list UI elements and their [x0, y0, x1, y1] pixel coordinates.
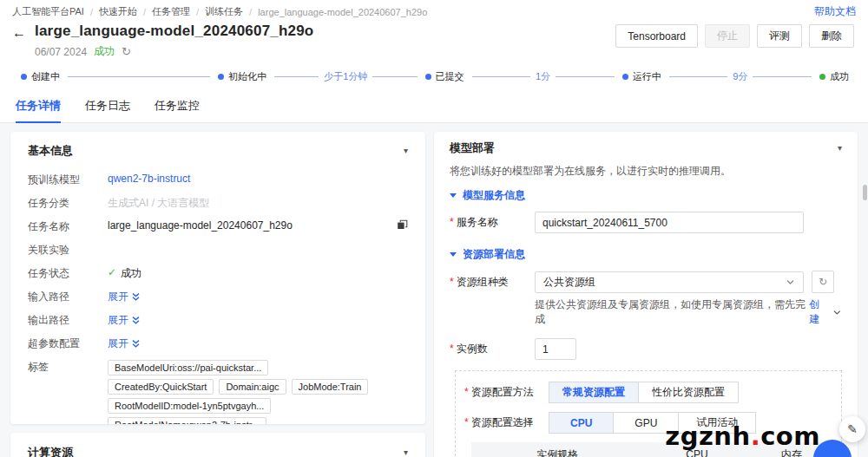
hyperparams-label: 超参数配置: [28, 336, 108, 351]
expand-label: 展开: [108, 336, 128, 351]
step-dot: [425, 74, 431, 80]
collapse-caret-icon[interactable]: ▾: [838, 144, 842, 153]
tab-task-details[interactable]: 任务详情: [16, 98, 61, 123]
tab-task-monitoring[interactable]: 任务监控: [155, 98, 200, 122]
tag-chip: JobMode:Train: [292, 379, 369, 395]
resource-info-section-toggle[interactable]: 资源部署信息: [450, 247, 842, 262]
breadcrumb: 人工智能平台PAI / 快速开始 / 任务管理 / 训练任务 / large_l…: [12, 5, 427, 18]
pencil-icon: ✎: [847, 422, 858, 436]
task-category-value: 生成式AI / 大语言模型: [108, 196, 209, 211]
tab-bar: 任务详情 任务日志 任务监控: [0, 88, 868, 123]
breadcrumb-separator: /: [249, 7, 252, 17]
step-duration: 少于1分钟: [324, 70, 367, 83]
compute-resource-card: 计算资源 ▾: [10, 433, 425, 457]
hyperparams-expand-link[interactable]: 展开: [108, 336, 141, 351]
task-category-label: 任务分类: [28, 196, 108, 211]
select-option-cpu[interactable]: CPU: [549, 412, 614, 434]
task-status-value: 成功: [121, 266, 141, 281]
linked-experiment-label: 关联实验: [28, 243, 108, 258]
step-label: 初始化中: [228, 70, 266, 83]
stepper-segment: 1分: [472, 70, 615, 83]
resource-group-helper: 提供公共资源组及专属资源组，如使用专属资源组，需先完成 创建: [535, 297, 842, 327]
step-success: 成功: [819, 70, 849, 83]
copy-icon[interactable]: [397, 219, 408, 231]
chevron-down-icon: [832, 308, 842, 317]
section-caret-icon: [450, 193, 457, 198]
breadcrumb-item-platform[interactable]: 人工智能平台PAI: [12, 5, 84, 18]
create-link[interactable]: 创建: [809, 297, 829, 327]
stepper-segment: [68, 76, 210, 77]
breadcrumb-separator: /: [143, 7, 146, 17]
step-creating: 创建中: [21, 70, 60, 83]
tag-chip: RootModelID:model-1yn5ptvgayh...: [108, 398, 271, 414]
tags-label: 标签: [28, 360, 108, 375]
service-name-label: *服务名称: [450, 215, 535, 230]
page-scrollbar[interactable]: [863, 185, 867, 200]
required-marker: *: [450, 216, 454, 228]
input-path-expand-link[interactable]: 展开: [108, 290, 141, 304]
resource-refresh-button[interactable]: ↻: [812, 271, 834, 293]
collapse-caret-icon[interactable]: ▾: [404, 147, 408, 155]
col-spec: 实例规格: [471, 447, 644, 457]
main-content: 基本信息 ▾ 预训练模型 qwen2-7b-instruct 任务分类 生成式A…: [0, 123, 868, 457]
step-dot-success: [819, 74, 825, 80]
output-path-expand-link[interactable]: 展开: [108, 313, 141, 328]
back-icon[interactable]: ←: [12, 25, 26, 59]
page-title: large_language-model_20240607_h29o: [35, 23, 313, 40]
collapse-caret-icon[interactable]: ▾: [404, 448, 408, 457]
instance-count-label: *实例数: [450, 342, 535, 356]
model-deploy-card: 模型部署 ▾ 将您训练好的模型部署为在线服务，以进行实时的推理调用。 模型服务信…: [434, 132, 858, 457]
tag-list: BaseModelUri:oss://pai-quickstar... Crea…: [108, 360, 375, 424]
progress-stepper: 创建中 初始化中 少于1分钟 已提交 1分 运行中 9分 成功: [0, 59, 868, 88]
edit-pencil-fab[interactable]: ✎: [839, 416, 865, 442]
instance-count-input[interactable]: [535, 338, 576, 360]
required-marker: *: [464, 416, 469, 428]
status-badge: 成功: [94, 44, 115, 59]
success-check-icon: ✓: [108, 266, 116, 278]
config-select-label: *资源配置选择: [464, 415, 549, 430]
service-name-input[interactable]: [535, 212, 804, 233]
config-select-group: CPU GPU 试用活动: [549, 412, 756, 434]
required-marker: *: [450, 276, 454, 288]
expand-label: 展开: [108, 313, 128, 328]
resource-config-box: *资源配置方法 常规资源配置 性价比资源配置 *资源配置选择 CPU GPU 试…: [455, 370, 842, 457]
stop-button[interactable]: 停止: [705, 24, 750, 48]
config-method-label: *资源配置方法: [464, 385, 549, 400]
method-option-regular[interactable]: 常规资源配置: [549, 382, 639, 403]
pretrained-model-label: 预训练模型: [28, 173, 108, 187]
basic-info-title: 基本信息: [28, 143, 73, 159]
double-chevron-down-icon: [131, 316, 141, 325]
method-option-cost-effective[interactable]: 性价比资源配置: [638, 382, 739, 403]
tensorboard-button[interactable]: Tensorboard: [615, 24, 698, 48]
select-option-gpu[interactable]: GPU: [613, 412, 679, 434]
help-doc-link[interactable]: 帮助文档: [814, 4, 856, 19]
basic-info-card: 基本信息 ▾ 预训练模型 qwen2-7b-instruct 任务分类 生成式A…: [10, 132, 425, 424]
select-option-trial[interactable]: 试用活动: [678, 412, 756, 434]
task-date: 06/07 2024: [35, 46, 87, 58]
task-status-label: 任务状态: [28, 266, 108, 281]
resource-group-select[interactable]: 公共资源组: [535, 271, 804, 293]
resource-group-value: 公共资源组: [543, 275, 595, 290]
refresh-icon[interactable]: ↻: [122, 45, 131, 58]
tag-chip: BaseModelUri:oss://pai-quickstar...: [108, 360, 268, 375]
step-dot: [21, 74, 27, 80]
double-chevron-down-icon: [131, 339, 141, 349]
section-title: 资源部署信息: [463, 247, 525, 262]
step-label: 成功: [830, 70, 849, 83]
service-info-section-toggle[interactable]: 模型服务信息: [450, 188, 842, 203]
double-chevron-down-icon: [131, 292, 141, 302]
step-dot: [622, 74, 628, 80]
model-deploy-title: 模型部署: [450, 140, 495, 156]
breadcrumb-item-training-tasks[interactable]: 训练任务: [205, 5, 243, 18]
step-label: 已提交: [436, 70, 464, 83]
breadcrumb-item-task-management[interactable]: 任务管理: [152, 5, 190, 18]
delete-button[interactable]: 删除: [809, 24, 854, 48]
tab-task-logs[interactable]: 任务日志: [85, 98, 130, 122]
step-duration: 9分: [733, 70, 747, 83]
pretrained-model-link[interactable]: qwen2-7b-instruct: [108, 173, 190, 185]
breadcrumb-item-quickstart[interactable]: 快速开始: [99, 5, 137, 18]
stepper-segment: 9分: [669, 70, 812, 83]
evaluate-button[interactable]: 评测: [757, 24, 802, 48]
spec-table-header: 实例规格 CPU 内存: [471, 442, 832, 457]
input-path-label: 输入路径: [28, 290, 108, 304]
